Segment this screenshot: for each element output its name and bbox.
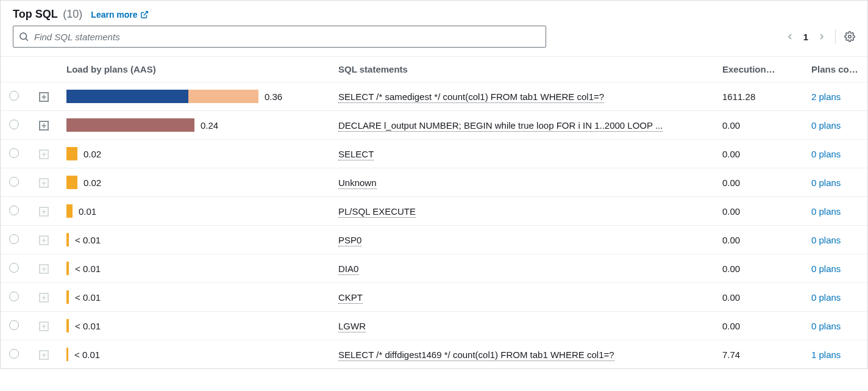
load-bar-segment <box>66 90 188 103</box>
load-cell: 0.02 <box>66 147 326 160</box>
plans-link[interactable]: 1 plans <box>811 350 841 360</box>
load-bar-segment <box>66 319 69 332</box>
plans-link[interactable]: 0 plans <box>811 235 841 245</box>
toolbar-divider <box>835 29 836 44</box>
panel-header: Top SQL (10) Learn more <box>1 1 867 26</box>
load-bar <box>66 290 69 304</box>
load-bar <box>66 176 77 189</box>
load-cell: < 0.01 <box>66 319 326 332</box>
svg-point-3 <box>848 35 852 38</box>
page-number: 1 <box>803 32 808 42</box>
expand-row-button: + <box>39 264 49 274</box>
plans-link[interactable]: 0 plans <box>811 264 841 274</box>
plans-link[interactable]: 0 plans <box>811 292 841 303</box>
table-row: +0.02SELECT0.000 plans <box>1 140 868 168</box>
load-value: < 0.01 <box>75 292 101 303</box>
col-header-plans[interactable]: Plans cou… <box>805 57 868 82</box>
load-cell: < 0.01 <box>66 290 326 304</box>
search-input[interactable] <box>29 32 541 42</box>
table-row: +< 0.01CKPT0.000 plans <box>1 283 868 312</box>
row-select-radio[interactable] <box>9 148 19 158</box>
sql-statement[interactable]: DIA0 <box>338 264 358 275</box>
search-wrapper[interactable] <box>13 26 546 48</box>
load-value: < 0.01 <box>74 350 100 360</box>
row-select-radio[interactable] <box>9 177 19 187</box>
row-select-radio[interactable] <box>9 292 19 301</box>
load-bar <box>66 262 69 275</box>
expand-row-button: + <box>39 235 49 245</box>
table-row: +< 0.01DIA00.000 plans <box>1 254 868 283</box>
expand-row-button: + <box>39 293 49 303</box>
row-select-radio[interactable] <box>9 206 19 215</box>
table-row: +0.24DECLARE l_output NUMBER; BEGIN whil… <box>1 111 868 140</box>
execution-value: 7.74 <box>716 340 805 369</box>
table-row: +< 0.01SELECT /* diffdigest1469 */ count… <box>1 340 868 369</box>
load-bar-segment <box>66 118 194 132</box>
load-value: < 0.01 <box>75 321 101 331</box>
sql-statement[interactable]: PL/SQL EXECUTE <box>338 206 416 218</box>
sql-statement[interactable]: CKPT <box>338 292 363 304</box>
prev-page-button[interactable] <box>785 32 795 41</box>
execution-value: 1611.28 <box>716 82 805 111</box>
load-bar-segment <box>66 204 73 218</box>
sql-statement[interactable]: SELECT /* diffdigest1469 */ count(col1) … <box>338 350 614 361</box>
row-select-radio[interactable] <box>9 91 19 101</box>
sql-statement[interactable]: DECLARE l_output NUMBER; BEGIN while tru… <box>338 120 663 132</box>
plans-link[interactable]: 0 plans <box>811 321 841 331</box>
plans-link[interactable]: 0 plans <box>811 206 841 217</box>
plans-link[interactable]: 0 plans <box>811 149 841 159</box>
col-header-sql[interactable]: SQL statements <box>332 57 716 82</box>
sql-statement[interactable]: LGWR <box>338 321 366 332</box>
expand-row-button[interactable]: + <box>39 121 49 131</box>
execution-value: 0.00 <box>716 140 805 168</box>
expand-row-button: + <box>39 350 49 360</box>
svg-line-0 <box>143 11 147 15</box>
sql-statement[interactable]: Unknown <box>338 178 377 189</box>
expand-row-button: + <box>39 207 49 217</box>
row-select-radio[interactable] <box>9 320 19 330</box>
svg-point-1 <box>20 33 27 40</box>
plans-link[interactable]: 0 plans <box>811 120 841 131</box>
row-select-radio[interactable] <box>9 120 19 129</box>
row-select-radio[interactable] <box>9 263 19 273</box>
sql-statement[interactable]: SELECT <box>338 149 374 160</box>
row-select-radio[interactable] <box>9 234 19 244</box>
load-value: < 0.01 <box>75 235 101 245</box>
execution-value: 0.00 <box>716 254 805 283</box>
load-bar-segment <box>66 262 69 275</box>
load-cell: 0.24 <box>66 118 326 132</box>
load-bar-segment <box>66 348 68 361</box>
chevron-right-icon <box>817 32 827 41</box>
external-link-icon <box>140 10 149 19</box>
panel-title-text: Top SQL <box>13 8 57 20</box>
col-header-exec[interactable]: Execution… <box>716 57 805 82</box>
table-row: +0.02Unknown0.000 plans <box>1 168 868 197</box>
plans-link[interactable]: 2 plans <box>811 91 841 102</box>
toolbar: 1 <box>1 26 867 56</box>
sql-statement[interactable]: PSP0 <box>338 235 361 246</box>
table-row: +< 0.01PSP00.000 plans <box>1 226 868 254</box>
next-page-button[interactable] <box>817 32 827 41</box>
table-row: +0.36SELECT /* samedigest */ count(col1)… <box>1 82 868 111</box>
execution-value: 0.00 <box>716 283 805 312</box>
execution-value: 0.00 <box>716 197 805 226</box>
load-cell: < 0.01 <box>66 233 326 246</box>
col-header-load[interactable]: Load by plans (AAS) <box>60 57 332 82</box>
settings-button[interactable] <box>844 31 855 42</box>
table-row: +< 0.01LGWR0.000 plans <box>1 312 868 340</box>
load-cell: < 0.01 <box>66 262 326 275</box>
load-cell: 0.01 <box>66 204 326 218</box>
load-cell: < 0.01 <box>66 348 326 361</box>
row-select-radio[interactable] <box>9 349 19 359</box>
table-header-row: Load by plans (AAS) SQL statements Execu… <box>1 57 868 82</box>
load-bar <box>66 319 69 332</box>
learn-more-link[interactable]: Learn more <box>91 10 148 20</box>
expand-row-button[interactable]: + <box>39 92 49 102</box>
col-header-expand <box>27 57 60 82</box>
load-bar-segment <box>66 233 69 246</box>
execution-value: 0.00 <box>716 168 805 197</box>
load-value: 0.01 <box>79 206 96 217</box>
toolbar-right: 1 <box>785 29 855 44</box>
plans-link[interactable]: 0 plans <box>811 178 841 188</box>
sql-statement[interactable]: SELECT /* samedigest */ count(col1) FROM… <box>338 91 604 103</box>
